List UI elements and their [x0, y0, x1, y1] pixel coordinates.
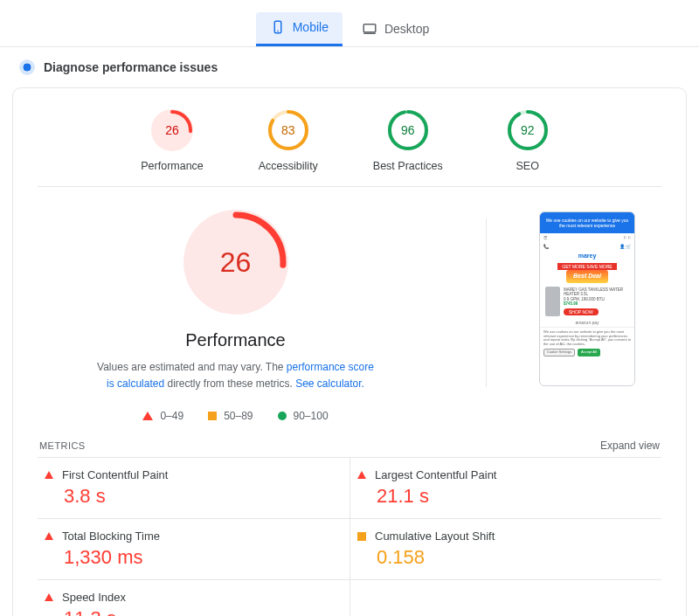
- performance-column: 26 Performance Values are estimated and …: [38, 210, 433, 422]
- tab-mobile-label: Mobile: [293, 20, 329, 34]
- triangle-red-icon: [45, 532, 53, 540]
- score-accessibility[interactable]: 83 Accessibility: [258, 109, 319, 172]
- performance-heading: Performance: [185, 330, 286, 350]
- phone-mock: We use cookies on our website to give yo…: [539, 211, 635, 386]
- score-legend: 0–49 50–89 90–100: [142, 410, 328, 422]
- square-orange-icon: [357, 532, 366, 541]
- device-tabbar: Mobile Desktop: [0, 0, 699, 47]
- score-seo[interactable]: 92 SEO: [497, 109, 558, 172]
- preview-deal-tag: Best Deal: [566, 270, 608, 282]
- metrics-label: METRICS: [39, 440, 86, 451]
- score-strip: 26 Performance 83 Accessibility 96 Best …: [38, 109, 661, 187]
- metric-fcp[interactable]: First Contentful Paint 3.8 s: [38, 458, 350, 519]
- desktop-icon: [362, 21, 377, 37]
- accessibility-gauge: 83: [267, 109, 309, 151]
- performance-big-score: 26: [183, 210, 288, 315]
- preview-pay: amazon pay: [540, 318, 634, 327]
- triangle-red-icon: [357, 471, 366, 479]
- metric-value: 0.158: [377, 546, 654, 569]
- performance-score: 26: [151, 109, 193, 151]
- preview-product-text: MAREY GAS TANKLESS WATER HEATER 3.5L 0.9…: [564, 287, 629, 315]
- metric-name: Total Blocking Time: [62, 529, 160, 543]
- preview-cookie: We use cookies on our website to give yo…: [540, 327, 634, 359]
- best-practices-score: 96: [387, 109, 429, 151]
- legend-mid: 50–89: [208, 410, 253, 422]
- tab-desktop[interactable]: Desktop: [348, 12, 443, 46]
- mobile-icon: [270, 19, 286, 35]
- triangle-red-icon: [45, 593, 53, 601]
- preview-cookie-settings: Cookie Settings: [543, 349, 575, 356]
- expand-view-link[interactable]: Expand view: [600, 440, 660, 452]
- legend-high: 90–100: [278, 410, 329, 422]
- accessibility-label: Accessibility: [259, 160, 318, 172]
- preview-deal: GET MORE SAVE MORE Best Deal: [545, 263, 629, 282]
- preview-topbar: ☰⚐ ⚐: [540, 233, 634, 242]
- metric-tbt[interactable]: Total Blocking Time 1,330 ms: [38, 519, 350, 580]
- metric-value: 11.3 s: [64, 607, 343, 616]
- performance-detail: 26 Performance Values are estimated and …: [38, 187, 661, 434]
- performance-label: Performance: [141, 160, 204, 172]
- performance-description: Values are estimated and may vary. The p…: [96, 359, 376, 392]
- tab-mobile[interactable]: Mobile: [256, 12, 343, 46]
- metric-name: First Contentful Paint: [62, 468, 168, 481]
- score-best-practices[interactable]: 96 Best Practices: [373, 109, 443, 172]
- square-orange-icon: [208, 412, 217, 420]
- circle-green-icon: [278, 412, 287, 420]
- see-calculator-link[interactable]: See calculator.: [295, 377, 364, 390]
- preview-logo: marey: [540, 251, 634, 261]
- diagnose-header: Diagnose performance issues: [0, 47, 699, 84]
- metric-cls[interactable]: Cumulative Layout Shift 0.158: [350, 519, 661, 580]
- metric-value: 21.1 s: [377, 485, 654, 508]
- vertical-divider: [486, 218, 487, 387]
- accessibility-score: 83: [267, 109, 309, 151]
- page-preview: We use cookies on our website to give yo…: [539, 210, 661, 386]
- preview-iconbar: 📞👤 🛒: [540, 242, 634, 251]
- legend-low: 0–49: [142, 410, 183, 422]
- preview-banner: We use cookies on our website to give yo…: [540, 212, 634, 233]
- best-practices-label: Best Practices: [373, 160, 443, 172]
- desc-text: Values are estimated and may vary. The: [97, 361, 287, 373]
- preview-product-image: [545, 287, 560, 316]
- metric-si[interactable]: Speed Index 11.3 s: [38, 580, 350, 616]
- metric-value: 3.8 s: [64, 485, 343, 508]
- diagnose-icon: [19, 59, 35, 75]
- performance-big-gauge: 26: [183, 210, 288, 315]
- triangle-red-icon: [45, 471, 53, 479]
- seo-label: SEO: [516, 160, 539, 172]
- metric-name: Speed Index: [62, 591, 126, 604]
- triangle-red-icon: [142, 412, 153, 420]
- seo-gauge: 92: [507, 109, 549, 151]
- preview-shop-button: SHOP NOW: [564, 308, 599, 315]
- metric-lcp[interactable]: Largest Contentful Paint 21.1 s: [350, 458, 661, 519]
- score-performance[interactable]: 26 Performance: [141, 109, 204, 172]
- preview-cookie-accept: Accept All: [578, 349, 600, 356]
- preview-price: $745.99: [564, 301, 629, 306]
- performance-gauge: 26: [151, 109, 193, 151]
- metric-empty: [350, 580, 661, 616]
- svg-rect-2: [363, 24, 376, 31]
- diagnose-title: Diagnose performance issues: [44, 60, 218, 74]
- metric-name: Largest Contentful Paint: [375, 468, 496, 481]
- metrics-grid: First Contentful Paint 3.8 s Largest Con…: [38, 457, 661, 616]
- desc-text2: directly from these metrics.: [164, 377, 295, 390]
- metric-value: 1,330 ms: [64, 546, 343, 569]
- results-card: 26 Performance 83 Accessibility 96 Best …: [12, 87, 687, 616]
- tab-desktop-label: Desktop: [384, 22, 429, 36]
- metrics-header: METRICS Expand view: [38, 434, 661, 457]
- best-practices-gauge: 96: [387, 109, 429, 151]
- preview-product: MAREY GAS TANKLESS WATER HEATER 3.5L 0.9…: [540, 285, 634, 318]
- preview-deal-top: GET MORE SAVE MORE: [557, 263, 616, 270]
- seo-score: 92: [507, 109, 549, 151]
- metric-name: Cumulative Layout Shift: [375, 529, 495, 543]
